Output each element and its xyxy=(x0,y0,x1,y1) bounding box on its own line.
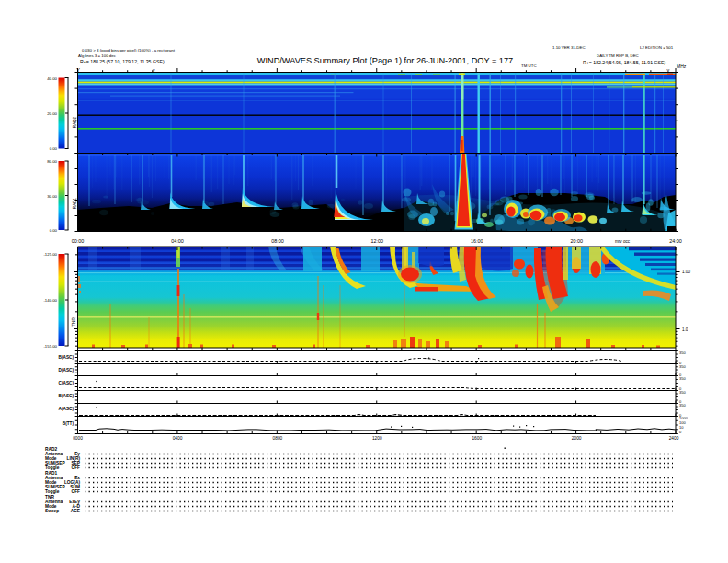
svg-text:0000: 0000 xyxy=(73,436,83,441)
svg-text:350: 350 xyxy=(679,376,686,381)
svg-text:R+= 182.24(54.95, 184.55, 11.9: R+= 182.24(54.95, 184.55, 11.91 GSE) xyxy=(583,60,665,65)
svg-text:L2 EDITION = 501: L2 EDITION = 501 xyxy=(640,45,674,50)
svg-text:0.00: 0.00 xyxy=(50,146,58,151)
svg-text:24:00: 24:00 xyxy=(669,238,682,244)
svg-text:350: 350 xyxy=(679,390,686,395)
svg-text:Alg lines 3 = 100 dec: Alg lines 3 = 100 dec xyxy=(78,53,117,58)
svg-text:mrv occ: mrv occ xyxy=(615,239,631,244)
svg-text:C(ASC): C(ASC) xyxy=(59,381,74,385)
svg-text:Toggle: Toggle xyxy=(45,489,60,494)
svg-text:2000: 2000 xyxy=(572,436,582,441)
svg-text:2400: 2400 xyxy=(669,436,679,441)
svg-text:0400: 0400 xyxy=(173,436,183,441)
svg-text:MHz: MHz xyxy=(677,63,687,69)
svg-text:0800: 0800 xyxy=(273,436,283,441)
svg-text:80.00: 80.00 xyxy=(47,159,57,164)
svg-text:-125.00: -125.00 xyxy=(43,252,57,257)
svg-text:350: 350 xyxy=(679,364,686,369)
svg-text:350: 350 xyxy=(679,403,686,408)
svg-text:12:00: 12:00 xyxy=(371,238,384,244)
svg-text:TM UTC: TM UTC xyxy=(521,63,537,68)
svg-text:20.00: 20.00 xyxy=(47,111,57,116)
svg-text:ACE: ACE xyxy=(71,509,81,513)
svg-text:DAILY TM REP B, DEC: DAILY TM REP B, DEC xyxy=(597,53,639,58)
svg-text:1.0: 1.0 xyxy=(682,327,688,332)
svg-text:0.00: 0.00 xyxy=(50,228,58,233)
svg-text:WIND/WAVES Summary Plot (Page: WIND/WAVES Summary Plot (Page 1) for 26-… xyxy=(257,56,513,65)
svg-text:B(TT): B(TT) xyxy=(63,421,74,426)
svg-text:RAD2: RAD2 xyxy=(73,116,77,128)
svg-text:08:00: 08:00 xyxy=(271,238,284,244)
svg-text:Toggle: Toggle xyxy=(45,465,60,470)
svg-text:OFF: OFF xyxy=(71,489,80,494)
svg-text:0.030 > 3 (good bins per pixel: 0.030 > 3 (good bins per pixel) (100%) -… xyxy=(82,48,176,52)
svg-text:350: 350 xyxy=(679,350,686,355)
svg-text:20:00: 20:00 xyxy=(570,238,583,244)
svg-text:D(ASC): D(ASC) xyxy=(59,368,74,373)
svg-text:30.00: 30.00 xyxy=(47,194,57,199)
svg-text:00:00: 00:00 xyxy=(72,238,85,244)
svg-text:B(ASC): B(ASC) xyxy=(59,394,74,398)
svg-text:A(ASC): A(ASC) xyxy=(59,407,74,411)
svg-text:1600: 1600 xyxy=(472,436,482,441)
svg-text:16:00: 16:00 xyxy=(471,238,483,244)
svg-text:1200: 1200 xyxy=(372,436,382,441)
svg-text:TNR: TNR xyxy=(72,317,76,327)
svg-text:04:00: 04:00 xyxy=(171,238,184,244)
svg-text:RAD1: RAD1 xyxy=(73,197,77,209)
svg-text:R+= 188.25 (57.10, 179.12,: R+= 188.25 (57.10, 179.12, 11.35 GSE) xyxy=(80,59,165,64)
svg-text:-155.00: -155.00 xyxy=(43,344,57,349)
svg-text:-140.00: -140.00 xyxy=(43,298,57,303)
svg-text:1.00: 1.00 xyxy=(682,270,690,274)
svg-text:Sweep: Sweep xyxy=(45,509,59,513)
svg-text:40.00: 40.00 xyxy=(47,76,57,81)
svg-text:1.10 VER 31-DEC: 1.10 VER 31-DEC xyxy=(552,45,586,50)
svg-text:B(ASC): B(ASC) xyxy=(59,355,74,360)
svg-text:OFF: OFF xyxy=(71,465,80,470)
